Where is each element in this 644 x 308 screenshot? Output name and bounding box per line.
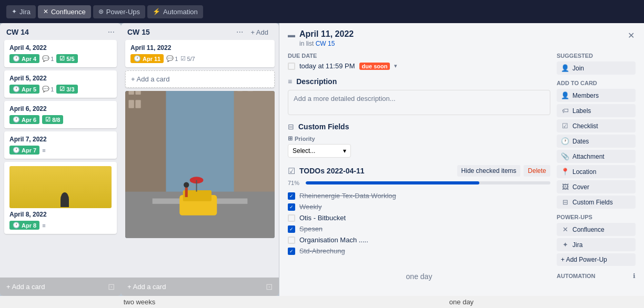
labels-button[interactable]: 🏷 Labels — [557, 104, 636, 117]
close-panel-button[interactable]: ✕ — [627, 29, 636, 42]
date-badge: 🕐 Apr 6 — [9, 115, 39, 124]
nav-automation[interactable]: ⚡ Automation — [147, 5, 203, 18]
suggested-section: Suggested 👤 Join — [557, 53, 636, 75]
nav-jira[interactable]: ✦ Jira — [6, 5, 36, 18]
cf-priority-select[interactable]: Select... ▾ — [288, 144, 351, 158]
table-row[interactable]: April 11, 2022 🕐 Apr 11 💬 1 ☑ 5/7 — [125, 40, 275, 67]
detail-sidebar: Suggested 👤 Join Add to card 👤 Members 🏷 — [557, 53, 636, 289]
delete-checklist-button[interactable]: Delete — [524, 165, 550, 177]
jira-powerup-button[interactable]: ✦ Jira — [557, 238, 636, 251]
svg-rect-7 — [237, 91, 243, 91]
add-card-placeholder[interactable]: + Add a card — [125, 70, 275, 88]
table-row[interactable]: April 8, 2022 🕐 Apr 8 ≡ — [4, 162, 117, 234]
checklist-title-area: ☑ TODOs 2022-04-11 — [288, 166, 364, 176]
svg-rect-4 — [128, 100, 134, 108]
dates-button[interactable]: 🕐 Dates — [557, 135, 636, 148]
progress-row: 71% — [288, 180, 550, 186]
date-badge: 🕐 Apr 5 — [9, 85, 39, 94]
jira-sidebar-icon: ✦ — [561, 241, 569, 249]
template-icon[interactable]: ⊡ — [108, 282, 115, 292]
table-row[interactable]: April 4, 2022 🕐 Apr 4 💬 1 ☑ 5/5 — [4, 40, 117, 67]
add-card-header-cw15[interactable]: + Add — [246, 28, 273, 36]
add-power-up-button[interactable]: + Add Power-Up — [557, 253, 636, 266]
list-item: Organisation Mach ..... — [288, 234, 550, 245]
join-button[interactable]: 👤 Join — [557, 61, 636, 75]
cover-button[interactable]: 🖼 Cover — [557, 180, 636, 193]
add-to-card-label: Add to card — [557, 80, 636, 86]
table-row[interactable]: April 6, 2022 🕐 Apr 6 ☑ 8/8 — [4, 101, 117, 128]
detail-header: ▬ April 11, 2022 in list CW 15 ✕ — [279, 23, 644, 47]
location-icon: 📍 — [561, 168, 569, 176]
comment-badge: 💬 1 — [166, 55, 178, 62]
confluence-powerup-button[interactable]: ✕ Confluence — [557, 223, 636, 236]
checklist-badge: ☑ 5/7 — [180, 55, 195, 62]
checklist-checkbox[interactable] — [288, 214, 295, 222]
power-ups-section: Power-Ups ✕ Confluence ✦ Jira + Add Powe… — [557, 214, 636, 266]
automation-section: Automation ℹ — [557, 271, 636, 281]
due-date-row: today at 11:59 PM due soon ▾ — [288, 62, 550, 70]
column-menu-cw14[interactable]: ··· — [108, 27, 115, 37]
cf-field-priority: ⊞ Priority Select... ▾ — [288, 135, 550, 158]
jira-icon: ✦ — [12, 8, 17, 15]
checklist-button[interactable]: ☑ Checklist — [557, 119, 636, 132]
table-row[interactable]: April 5, 2022 🕐 Apr 5 💬 1 ☑ 3/3 — [4, 70, 117, 98]
table-row[interactable]: April 7, 2022 🕐 Apr 7 ≡ — [4, 131, 117, 159]
checklist-item-text: Organisation Mach ..... — [299, 236, 368, 244]
checklist-checkbox[interactable] — [288, 237, 295, 244]
card-badges: 🕐 Apr 5 💬 1 ☑ 3/3 — [9, 85, 112, 94]
power-ups-label: Power-Ups — [557, 214, 636, 220]
cf-priority-icon: ⊞ — [288, 135, 293, 142]
card-date: April 4, 2022 — [9, 44, 112, 52]
desc-header: ≡ Description — [288, 77, 550, 86]
confluence-icon: ✕ — [43, 8, 48, 15]
checklist-checkbox[interactable] — [288, 192, 295, 200]
location-button[interactable]: 📍 Location — [557, 165, 636, 178]
attachment-button[interactable]: 📎 Attachment — [557, 150, 636, 163]
column-header-cw15: CW 15 ··· + Add — [121, 23, 279, 40]
list-item: Rheinenergie Tex-Data Worklog — [288, 190, 550, 201]
labels-icon: 🏷 — [561, 107, 569, 115]
comment-badge: 💬 1 — [42, 55, 54, 62]
due-date-checkbox[interactable] — [288, 63, 295, 70]
checklist-checkbox[interactable] — [288, 203, 295, 211]
members-button[interactable]: 👤 Members — [557, 89, 636, 102]
cards-list-cw14: April 4, 2022 🕐 Apr 4 💬 1 ☑ 5/5 April 5,… — [0, 40, 121, 278]
list-item: Weekly — [288, 201, 550, 212]
checklist-badge: ☑ 3/3 — [56, 85, 77, 94]
members-icon: 👤 — [561, 91, 569, 99]
board-area: CW 14 ··· April 4, 2022 🕐 Apr 4 💬 1 ☑ 5/… — [0, 23, 279, 296]
detail-list-link[interactable]: CW 15 — [316, 40, 335, 47]
card-badges: 🕐 Apr 7 ≡ — [9, 146, 112, 155]
powerups-icon: ⊛ — [98, 8, 104, 15]
detail-main: Due date today at 11:59 PM due soon ▾ ≡ … — [288, 53, 550, 289]
add-card-btn-cw15[interactable]: + Add a card — [127, 283, 166, 291]
add-card-btn-cw14[interactable]: + Add a card — [6, 283, 45, 291]
custom-fields-icon: ⊟ — [288, 122, 294, 131]
list-item: Std-Abrechung — [288, 245, 550, 256]
nav-powerups[interactable]: ⊛ Power-Ups — [93, 5, 145, 18]
automation-info-icon[interactable]: ℹ — [633, 272, 636, 280]
dates-icon: 🕐 — [561, 137, 569, 145]
hide-checked-button[interactable]: Hide checked items — [457, 165, 521, 177]
checklist-checkbox[interactable] — [288, 225, 295, 233]
custom-fields-button[interactable]: ⊟ Custom Fields — [557, 196, 636, 209]
suggested-label: Suggested — [557, 53, 636, 59]
column-cw15: CW 15 ··· + Add April 11, 2022 🕐 Apr 11 … — [121, 23, 279, 296]
template-icon-cw15[interactable]: ⊡ — [266, 282, 273, 292]
custom-fields-section: ⊟ Custom Fields ⊞ Priority Select... ▾ — [288, 122, 550, 158]
due-date-chevron[interactable]: ▾ — [394, 63, 397, 69]
cf-header: ⊟ Custom Fields — [288, 122, 550, 131]
description-placeholder: Add a more detailed description... — [294, 95, 396, 102]
progress-bar-fill — [306, 181, 479, 184]
checklist-header: ☑ TODOs 2022-04-11 Hide checked items De… — [288, 165, 550, 177]
nav-confluence[interactable]: ✕ Confluence — [38, 5, 91, 18]
checklist-badge: ☑ 8/8 — [42, 115, 63, 124]
automation-label: Automation — [557, 273, 596, 279]
checklist-checkbox[interactable] — [288, 248, 295, 255]
due-date-label: Due date — [288, 53, 550, 59]
card-image-yellow — [9, 166, 112, 208]
description-input[interactable]: Add a more detailed description... — [288, 90, 550, 115]
column-title-cw14: CW 14 — [6, 28, 29, 36]
one-day-label: one day — [288, 264, 550, 289]
column-menu-cw15[interactable]: ··· — [236, 27, 243, 37]
